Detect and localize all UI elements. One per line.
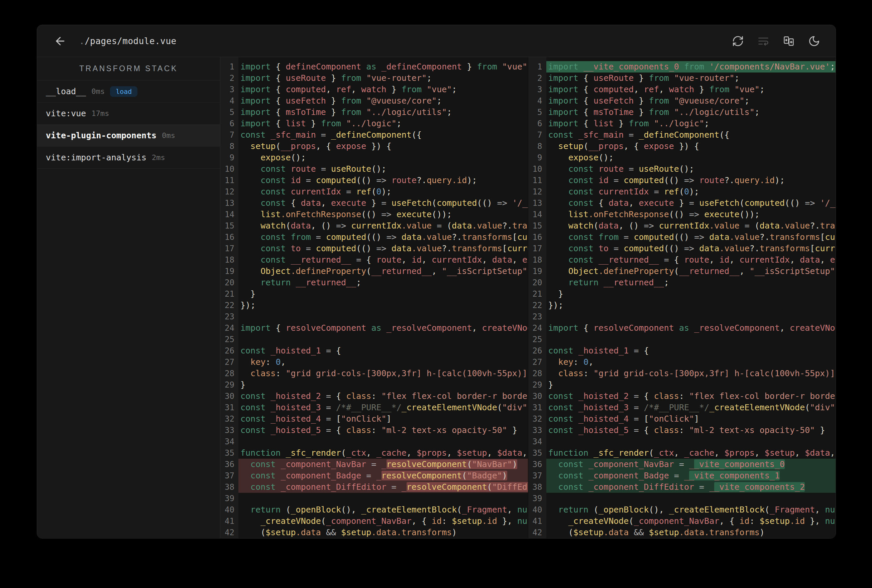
code-line: 20 return __returned__; (528, 277, 836, 288)
code-line: 40 return (_openBlock(), _createElementB… (220, 504, 528, 516)
back-button[interactable] (54, 35, 66, 48)
line-number: 26 (220, 345, 238, 357)
transform-stack-item-vite-vue[interactable]: vite:vue17ms (37, 103, 220, 124)
code-line: 1import { defineComponent as _defineComp… (220, 61, 528, 72)
color-mode-button[interactable] (808, 35, 820, 47)
line-number: 11 (528, 175, 546, 186)
code-line: 27 key: 0, (528, 357, 836, 368)
code-panel-before[interactable]: 1import { defineComponent as _defineComp… (220, 57, 528, 538)
transform-stack-item-vite-import-analysis[interactable]: vite:import-analysis2ms (37, 147, 220, 169)
code-line: 37 const _component_Badge = __vite_compo… (528, 470, 836, 482)
code-line: 22}); (528, 300, 836, 311)
line-number: 12 (220, 186, 238, 198)
code-text: _createVNode(_component_NavBar, { id: $s… (238, 516, 528, 527)
code-text: setup(__props, { expose }) { (238, 141, 528, 152)
code-text: const from = computed(() => data.value?.… (238, 231, 528, 243)
line-number: 40 (220, 504, 238, 516)
code-text: }); (238, 300, 528, 311)
line-number: 10 (528, 164, 546, 175)
code-text: expose(); (546, 152, 836, 164)
code-text: key: 0, (238, 357, 528, 368)
code-text: } (546, 379, 836, 390)
code-panel-after[interactable]: 1import __vite_components_0 from '/compo… (528, 57, 836, 538)
code-line: 41 _createVNode(_component_NavBar, { id:… (528, 516, 836, 527)
refresh-button[interactable] (732, 35, 744, 47)
code-line: 17 const to = computed(() => data.value?… (220, 243, 528, 254)
code-text: return __returned__; (238, 277, 528, 288)
code-text (546, 311, 836, 322)
code-line: 34 (220, 436, 528, 447)
code-text: import { useFetch } from "@vueuse/core"; (546, 95, 836, 106)
code-line: 5import { msToTime } from "../logic/util… (220, 106, 528, 118)
code-line: 31const _hoisted_3 = /*#__PURE__*/_creat… (528, 402, 836, 413)
line-number: 27 (528, 357, 546, 368)
code-line: 23 (220, 311, 528, 322)
code-line: 16 const from = computed(() => data.valu… (528, 231, 836, 243)
code-text: key: 0, (546, 357, 836, 368)
code-line: 36 const _component_NavBar = _resolveCom… (220, 459, 528, 470)
transform-stack-item-vite-plugin-components[interactable]: vite-plugin-components0ms (37, 124, 220, 147)
line-number: 38 (528, 482, 546, 493)
load-badge: load (110, 86, 137, 97)
line-number: 21 (220, 288, 238, 300)
code-line: 39 (220, 493, 528, 504)
line-number: 35 (528, 447, 546, 459)
code-text: import { list } from "../logic"; (546, 118, 836, 129)
line-number: 33 (528, 424, 546, 436)
transform-stack-item-load[interactable]: __load__0msload (37, 81, 220, 103)
plugin-time: 2ms (152, 153, 165, 162)
line-number: 6 (220, 118, 238, 129)
wrap-lines-icon (757, 35, 769, 47)
code-line: 42 ($setup.data && $setup.data.transform… (220, 527, 528, 538)
wrap-lines-button[interactable] (757, 35, 769, 47)
code-line: 15 watch(data, () => currentIdx.value = … (220, 220, 528, 231)
diff-mark: resolveComponent("Badge") (382, 471, 507, 480)
moon-icon (808, 35, 820, 47)
code-text (238, 311, 528, 322)
line-number: 16 (220, 231, 238, 243)
code-line: 34 (528, 436, 836, 447)
code-text: import { resolveComponent as _resolveCom… (238, 322, 528, 334)
code-text: const _hoisted_1 = { (546, 345, 836, 357)
line-number: 37 (220, 470, 238, 482)
code-text: const currentIdx = ref(0); (546, 186, 836, 198)
code-text: const _component_NavBar = _resolveCompon… (238, 459, 528, 470)
side-by-side-diff-button[interactable] (783, 35, 795, 47)
code-line: 13 const { data, execute } = useFetch(co… (220, 198, 528, 209)
line-number: 20 (528, 277, 546, 288)
line-number: 24 (528, 322, 546, 334)
line-number: 16 (528, 231, 546, 243)
line-number: 19 (220, 266, 238, 277)
line-number: 39 (528, 493, 546, 504)
code-line: 30const _hoisted_2 = { class: "flex flex… (220, 390, 528, 402)
code-line: 26const _hoisted_1 = { (220, 345, 528, 357)
line-number: 23 (220, 311, 238, 322)
transform-stack-header: TRANSFORM STACK (37, 57, 220, 81)
module-path-prefix: . (79, 36, 84, 46)
code-text: const _hoisted_5 = { class: "ml-2 text-x… (546, 424, 836, 436)
code-text: } (546, 288, 836, 300)
diff-mark: _vite_components_0 (694, 459, 785, 469)
code-text: import { useFetch } from "@vueuse/core"; (238, 95, 528, 106)
plugin-name: vite:import-analysis (46, 153, 146, 162)
module-path-title: ./pages/module.vue (79, 36, 177, 46)
code-text: import { useRoute } from "vue-router"; (238, 72, 528, 84)
code-line: 11 const id = computed(() => route?.quer… (220, 175, 528, 186)
code-line: 23 (528, 311, 836, 322)
code-text: expose(); (238, 152, 528, 164)
arrow-left-icon (54, 35, 66, 48)
code-line: 32const _hoisted_4 = ["onClick"] (528, 413, 836, 424)
code-line: 26const _hoisted_1 = { (528, 345, 836, 357)
code-line: 19 Object.defineProperty(__returned__, "… (220, 266, 528, 277)
line-number: 27 (220, 357, 238, 368)
code-line: 1import __vite_components_0 from '/compo… (528, 61, 836, 72)
line-number: 29 (220, 379, 238, 390)
line-number: 14 (528, 209, 546, 220)
code-text: }); (546, 300, 836, 311)
line-number: 7 (220, 129, 238, 141)
line-number: 15 (220, 220, 238, 231)
code-line: 25 (220, 334, 528, 345)
code-text: import { computed, ref, watch } from "vu… (238, 84, 528, 95)
code-text: list.onFetchResponse(() => execute()); (238, 209, 528, 220)
code-line: 33const _hoisted_5 = { class: "ml-2 text… (528, 424, 836, 436)
